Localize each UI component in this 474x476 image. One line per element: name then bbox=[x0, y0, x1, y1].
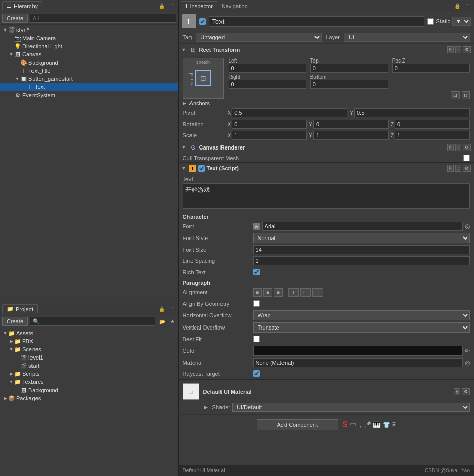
tree-item-start[interactable]: ▼ 🎬 start* bbox=[0, 26, 178, 34]
line-spacing-input[interactable] bbox=[253, 256, 470, 265]
cull-checkbox[interactable] bbox=[463, 155, 470, 161]
canvas-menu-btn[interactable]: ⚙ bbox=[463, 144, 471, 151]
tree-label-es: EventSystem bbox=[22, 92, 55, 98]
text-script-header[interactable]: ▼ T Text (Script) ⎘ ↕ ⚙ bbox=[179, 163, 474, 174]
rect-btn2[interactable]: R bbox=[462, 91, 470, 99]
posz-input[interactable] bbox=[392, 64, 470, 73]
bottom-input[interactable] bbox=[310, 80, 388, 89]
canvas-paste-btn[interactable]: ↕ bbox=[455, 144, 462, 151]
posz-label: Pos Z bbox=[392, 58, 470, 64]
text-paste-btn[interactable]: ↕ bbox=[455, 165, 462, 172]
text-menu-btn[interactable]: ⚙ bbox=[463, 165, 471, 172]
project-item-start-scene[interactable]: 🎬 start bbox=[0, 362, 178, 370]
rot-x-input[interactable] bbox=[232, 120, 307, 129]
align-by-geo-checkbox[interactable] bbox=[253, 300, 260, 307]
rect-btn1[interactable]: ⊡ bbox=[451, 91, 460, 99]
align-right-btn[interactable]: ≡ bbox=[274, 288, 283, 297]
rect-menu-btn[interactable]: ⚙ bbox=[463, 46, 471, 53]
project-lock-btn[interactable]: 🔒 bbox=[157, 306, 166, 312]
hierarchy-search-input[interactable] bbox=[30, 14, 176, 23]
project-item-packages[interactable]: ▶ 📦 Packages bbox=[0, 394, 178, 402]
align-center-btn[interactable]: ≡ bbox=[263, 288, 272, 297]
pivot-y-input[interactable] bbox=[354, 108, 470, 117]
hierarchy-lock-btn[interactable]: 🔒 bbox=[157, 3, 166, 9]
project-item-level1[interactable]: 🎬 level1 bbox=[0, 353, 178, 362]
tree-item-canvas[interactable]: ▼ 🖼 Canvas bbox=[0, 50, 178, 58]
static-checkbox[interactable] bbox=[427, 18, 434, 25]
text-copy-btn[interactable]: ⎘ bbox=[447, 165, 454, 172]
add-component-btn[interactable]: Add Component bbox=[257, 419, 339, 430]
align-top-btn[interactable]: ⊤ bbox=[288, 288, 299, 297]
tag-select[interactable]: Untagged bbox=[196, 33, 322, 42]
inspector-menu-btn[interactable]: ⋮ bbox=[464, 3, 472, 9]
tree-item-event-system[interactable]: ⚙ EventSystem bbox=[0, 91, 178, 99]
tree-item-main-camera[interactable]: 📷 Main Camera bbox=[0, 34, 178, 42]
raycast-checkbox[interactable] bbox=[253, 370, 260, 377]
project-item-fbx[interactable]: ▶ 📁 FBX bbox=[0, 337, 178, 345]
shader-select[interactable]: UI/Default bbox=[232, 403, 470, 412]
pivot-x-input[interactable] bbox=[232, 108, 347, 117]
tree-item-text-node[interactable]: T Text bbox=[0, 83, 178, 91]
scale-z-input[interactable] bbox=[395, 131, 470, 140]
project-item-textures[interactable]: ▼ 📁 Textures bbox=[0, 378, 178, 386]
project-item-scenes[interactable]: ▼ 📁 Scenes bbox=[0, 345, 178, 353]
inspector-lock-btn[interactable]: 🔒 bbox=[453, 3, 462, 9]
font-input[interactable] bbox=[262, 222, 463, 231]
static-dropdown[interactable]: ▼ bbox=[452, 17, 471, 26]
project-star-btn[interactable]: ★ bbox=[169, 318, 176, 325]
color-picker-icon[interactable]: ✏ bbox=[465, 347, 470, 354]
tree-item-text-title[interactable]: T Text_title bbox=[0, 67, 178, 75]
hierarchy-tab[interactable]: ☰ Hierarchy bbox=[2, 1, 42, 11]
material-menu-btn[interactable]: ⚙ bbox=[462, 388, 470, 395]
inspector-tab[interactable]: ℹ Inspector bbox=[181, 1, 217, 11]
rot-z-label: Z bbox=[391, 122, 394, 127]
scale-x-input[interactable] bbox=[232, 131, 307, 140]
material-input[interactable] bbox=[253, 358, 463, 367]
color-swatch[interactable] bbox=[253, 346, 463, 356]
align-left-btn[interactable]: ≡ bbox=[253, 288, 262, 297]
h-overflow-select[interactable]: Wrap bbox=[253, 310, 470, 320]
text-textarea[interactable]: 开始游戏 bbox=[183, 183, 470, 209]
rect-copy-btn[interactable]: ⎘ bbox=[447, 46, 454, 53]
right-input[interactable] bbox=[229, 80, 306, 89]
project-search-input[interactable] bbox=[30, 317, 155, 326]
v-overflow-select[interactable]: Truncate bbox=[253, 322, 470, 333]
rich-text-checkbox[interactable] bbox=[253, 269, 260, 275]
align-bottom-btn[interactable]: ⊥ bbox=[312, 288, 323, 297]
canvas-copy-btn[interactable]: ⎘ bbox=[447, 144, 454, 151]
obj-enable-checkbox[interactable] bbox=[199, 18, 206, 25]
text-script-enable[interactable] bbox=[198, 165, 205, 172]
hierarchy-create-btn[interactable]: Create bbox=[2, 14, 28, 23]
anchors-row[interactable]: ▶ Anchors bbox=[179, 99, 474, 107]
project-item-bg-texture[interactable]: 🖼 Background bbox=[0, 386, 178, 394]
project-folder-btn[interactable]: 📂 bbox=[157, 318, 167, 325]
navigation-tab[interactable]: Navigation bbox=[217, 2, 252, 10]
scale-y-input[interactable] bbox=[313, 131, 389, 140]
tree-item-button-gamestart[interactable]: ▼ 🔲 Button_gamestart bbox=[0, 75, 178, 83]
font-target-icon[interactable]: ◎ bbox=[465, 223, 470, 230]
font-size-input[interactable] bbox=[253, 245, 470, 254]
rect-paste-btn[interactable]: ↕ bbox=[455, 46, 462, 53]
project-item-assets[interactable]: ▼ 📁 Assets bbox=[0, 329, 178, 337]
rect-transform-header[interactable]: ▼ ⊞ Rect Transform ⎘ ↕ ⚙ bbox=[179, 44, 474, 56]
rot-z-input[interactable] bbox=[395, 120, 470, 129]
material-copy-btn[interactable]: ⎘ bbox=[454, 388, 460, 395]
hierarchy-menu-btn[interactable]: ⋮ bbox=[168, 3, 176, 9]
project-menu-btn[interactable]: ⋮ bbox=[168, 306, 176, 312]
canvas-renderer-header[interactable]: ▼ ⊙ Canvas Renderer ⎘ ↕ ⚙ bbox=[179, 141, 474, 154]
top-input[interactable] bbox=[310, 64, 388, 73]
project-create-btn[interactable]: Create bbox=[2, 317, 28, 326]
rect-anchor-inner[interactable]: ⊡ bbox=[195, 70, 211, 86]
obj-name-input[interactable] bbox=[209, 16, 425, 27]
rot-y-input[interactable] bbox=[313, 120, 389, 129]
tree-item-background[interactable]: 🎨 Background bbox=[0, 58, 178, 67]
align-middle-btn[interactable]: ⊨ bbox=[300, 288, 311, 297]
project-item-scripts[interactable]: ▶ 📁 Scripts bbox=[0, 370, 178, 378]
font-style-select[interactable]: Normal bbox=[253, 233, 470, 243]
material-target-icon[interactable]: ◎ bbox=[465, 359, 470, 366]
best-fit-checkbox[interactable] bbox=[253, 336, 260, 342]
layer-select[interactable]: UI bbox=[344, 33, 470, 42]
left-input[interactable] bbox=[229, 64, 306, 73]
tree-item-dir-light[interactable]: 💡 Directional Light bbox=[0, 42, 178, 50]
project-tab[interactable]: 📁 Project bbox=[2, 304, 38, 314]
